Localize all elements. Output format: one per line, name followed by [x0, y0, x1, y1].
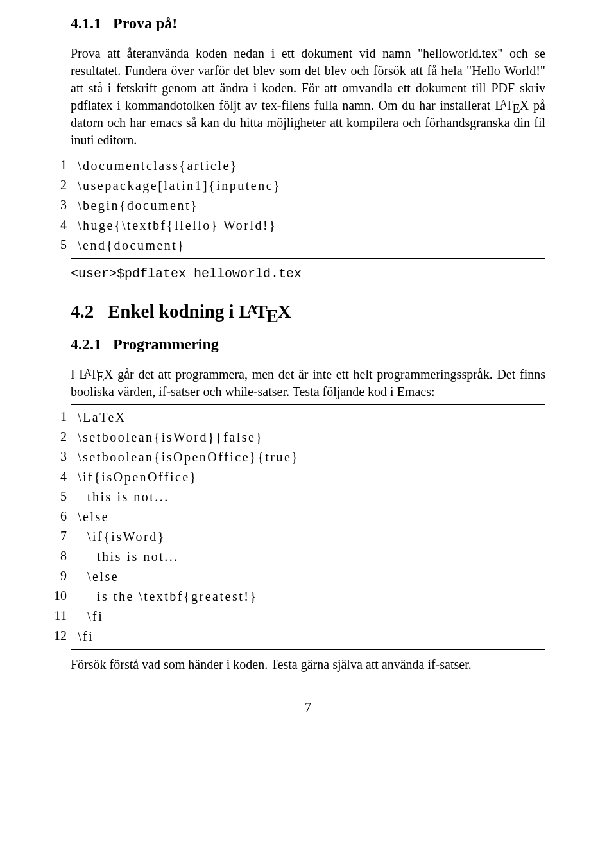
sec-title: Programmering	[113, 336, 219, 352]
line-numbers: 1 2 3 4 5 6 7 8 9 10 11 12	[42, 404, 71, 650]
paragraph-2: I LATEX går det att programmera, men det…	[71, 366, 545, 401]
paragraph-1: Prova att återanvända koden nedan i ett …	[71, 45, 545, 149]
sec-title-part: Enkel kodning i	[108, 301, 239, 322]
code-listing-2: 1 2 3 4 5 6 7 8 9 10 11 12 \LaTeX \setbo…	[42, 404, 545, 650]
latex-logo: LATEX	[79, 367, 113, 381]
code-box: \LaTeX \setboolean{isWord}{false} \setbo…	[71, 404, 545, 650]
heading-4-2-1: 4.2.1 Programmering	[71, 334, 545, 354]
sec-num: 4.1.1	[71, 15, 101, 31]
sec-title: Prova på!	[113, 15, 177, 31]
latex-logo: LATEX	[495, 98, 529, 112]
latex-logo: LATEX	[239, 301, 291, 322]
terminal-line: <user>$pdflatex helloworld.tex	[71, 265, 545, 282]
page-number: 7	[71, 699, 545, 716]
heading-4-1-1: 4.1.1 Prova på!	[71, 13, 545, 33]
sec-num: 4.2	[71, 301, 94, 322]
paragraph-3: Försök förstå vad som händer i koden. Te…	[71, 656, 545, 673]
code-listing-1: 1 2 3 4 5 \documentclass{article} \usepa…	[42, 153, 545, 259]
code-box: \documentclass{article} \usepackage[lati…	[71, 153, 545, 259]
line-numbers: 1 2 3 4 5	[42, 153, 71, 259]
document-page: 4.1.1 Prova på! Prova att återanvända ko…	[0, 0, 616, 742]
heading-4-2: 4.2 Enkel kodning i LATEX	[71, 299, 545, 324]
sec-num: 4.2.1	[71, 336, 101, 352]
